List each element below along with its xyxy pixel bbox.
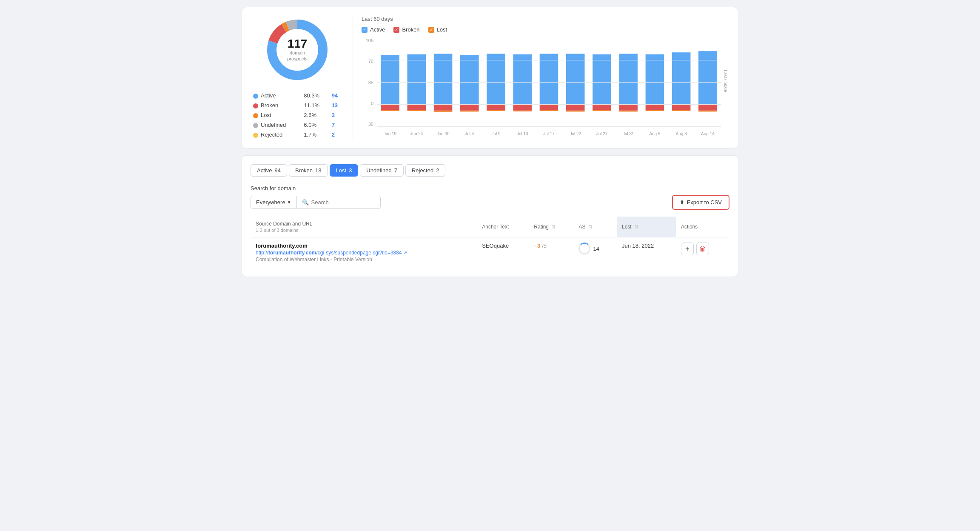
undefined-dot xyxy=(253,123,258,128)
tab-active[interactable]: Active 94 xyxy=(251,164,287,177)
legend-row-rejected: Rejected 1.7% 2 xyxy=(251,130,344,140)
svg-rect-17 xyxy=(460,111,479,111)
legend-active: ✓ Active xyxy=(362,26,385,33)
th-lost: Lost ⇅ xyxy=(617,217,676,237)
th-source-domain-label: Source Domain and URL xyxy=(256,221,472,227)
svg-rect-31 xyxy=(593,104,611,110)
search-input[interactable] xyxy=(311,199,375,206)
svg-rect-40 xyxy=(672,104,691,110)
tab-active-label: Active xyxy=(257,167,272,174)
upload-icon: ⬆ xyxy=(680,199,684,206)
tab-undefined[interactable]: Undefined 7 xyxy=(360,164,404,177)
svg-rect-13 xyxy=(434,104,453,111)
td-lost: Jun 18, 2022 xyxy=(617,237,676,268)
chart-section: Last 60 days ✓ Active ✓ Broken ✓ Lost xyxy=(362,16,729,140)
svg-rect-24 xyxy=(540,54,558,104)
delete-button[interactable]: 🗑 xyxy=(696,243,709,255)
table-row: forumauthority.com http://forumauthority… xyxy=(251,237,729,268)
everywhere-dropdown[interactable]: Everywhere ▼ xyxy=(251,196,297,209)
svg-rect-34 xyxy=(619,104,638,111)
search-label: Search for domain xyxy=(251,185,729,191)
td-actions: + 🗑 xyxy=(676,237,729,268)
lost-checkbox[interactable]: ✓ xyxy=(428,27,434,33)
broken-count: 13 xyxy=(332,102,338,108)
tab-rejected-count: 2 xyxy=(436,167,439,174)
tab-rejected[interactable]: Rejected 2 xyxy=(405,164,446,177)
rating-cell: › 3 /5 xyxy=(534,243,568,249)
x-label: Jul 9 xyxy=(483,131,509,136)
y-label-70: 70 xyxy=(362,59,375,64)
export-csv-button[interactable]: ⬆ Export to CSV xyxy=(672,195,729,210)
export-label: Export to CSV xyxy=(687,199,722,206)
svg-rect-26 xyxy=(540,110,558,111)
as-circle-icon xyxy=(578,243,590,254)
svg-rect-29 xyxy=(566,111,585,111)
svg-rect-21 xyxy=(513,54,532,104)
grid-line-2 xyxy=(377,82,721,83)
y-axis: 105 70 35 0 35 xyxy=(362,38,375,127)
x-label: Aug 8 xyxy=(668,131,695,136)
svg-rect-14 xyxy=(434,111,453,112)
lost-dot xyxy=(253,113,258,118)
svg-rect-16 xyxy=(460,104,479,111)
rating-value: 3 xyxy=(537,243,540,249)
as-sort-icon[interactable]: ⇅ xyxy=(589,224,593,230)
tab-lost[interactable]: Lost 3 xyxy=(330,164,359,177)
svg-rect-33 xyxy=(619,54,638,104)
add-button[interactable]: + xyxy=(681,243,694,255)
lost-sort-icon[interactable]: ⇅ xyxy=(635,224,638,230)
chevron-down-icon: ▼ xyxy=(287,200,291,205)
domain-url-bold: forumauthority.com xyxy=(268,250,316,256)
svg-rect-36 xyxy=(646,54,664,104)
svg-rect-6 xyxy=(381,55,399,104)
svg-rect-9 xyxy=(407,54,426,104)
svg-rect-19 xyxy=(487,104,505,110)
th-as: AS ⇅ xyxy=(573,217,617,237)
th-rating: Rating ⇅ xyxy=(529,217,573,237)
x-label: Jul 17 xyxy=(536,131,562,136)
svg-rect-18 xyxy=(487,54,505,104)
x-label: Jul 27 xyxy=(589,131,615,136)
legend-broken: ✓ Broken xyxy=(393,26,419,33)
tab-active-count: 94 xyxy=(274,167,280,174)
tab-lost-label: Lost xyxy=(336,167,347,174)
lost-date: Jun 18, 2022 xyxy=(622,243,654,249)
x-label: Jul 31 xyxy=(615,131,641,136)
as-value: 14 xyxy=(593,246,599,252)
last-update-label: Last update xyxy=(723,70,727,92)
tab-undefined-count: 7 xyxy=(394,167,397,174)
action-buttons: + 🗑 xyxy=(681,243,724,255)
external-link-icon[interactable]: ↗ xyxy=(403,250,407,255)
x-label: Jun 19 xyxy=(377,131,403,136)
data-table: Source Domain and URL 1-3 out of 3 domai… xyxy=(251,217,729,268)
donut-center: 117 domainprospects xyxy=(287,38,308,62)
svg-rect-41 xyxy=(672,110,691,111)
svg-rect-44 xyxy=(698,111,717,111)
svg-rect-30 xyxy=(593,54,611,104)
broken-checkbox[interactable]: ✓ xyxy=(393,27,399,33)
rating-sort-icon[interactable]: ⇅ xyxy=(552,224,556,230)
vertical-divider xyxy=(353,16,353,140)
active-checkbox[interactable]: ✓ xyxy=(362,27,368,33)
tab-broken[interactable]: Broken 13 xyxy=(289,164,328,177)
td-rating: › 3 /5 xyxy=(529,237,573,268)
x-axis: Jun 19Jun 24Jun 30Jul 4Jul 9Jul 13Jul 17… xyxy=(377,128,721,140)
th-actions: Actions xyxy=(676,217,729,237)
svg-rect-11 xyxy=(407,110,426,111)
x-label: Jul 4 xyxy=(456,131,483,136)
svg-rect-15 xyxy=(460,55,479,104)
svg-rect-28 xyxy=(566,104,585,111)
svg-rect-38 xyxy=(646,110,664,111)
x-label: Aug 14 xyxy=(695,131,721,136)
legend-lost: ✓ Lost xyxy=(428,26,447,33)
lost-count: 3 xyxy=(332,112,335,118)
svg-rect-8 xyxy=(381,110,399,111)
domain-desc: Compilation of Webmaster Links - Printab… xyxy=(256,257,472,263)
svg-rect-10 xyxy=(407,104,426,110)
svg-rect-32 xyxy=(593,110,611,111)
table-header-row: Source Domain and URL 1-3 out of 3 domai… xyxy=(251,217,729,237)
rating-chevron-icon: › xyxy=(534,243,536,248)
rejected-dot xyxy=(253,133,258,138)
tab-undefined-label: Undefined xyxy=(366,167,391,174)
bottom-card: Active 94 Broken 13 Lost 3 Undefined 7 R… xyxy=(242,155,738,277)
